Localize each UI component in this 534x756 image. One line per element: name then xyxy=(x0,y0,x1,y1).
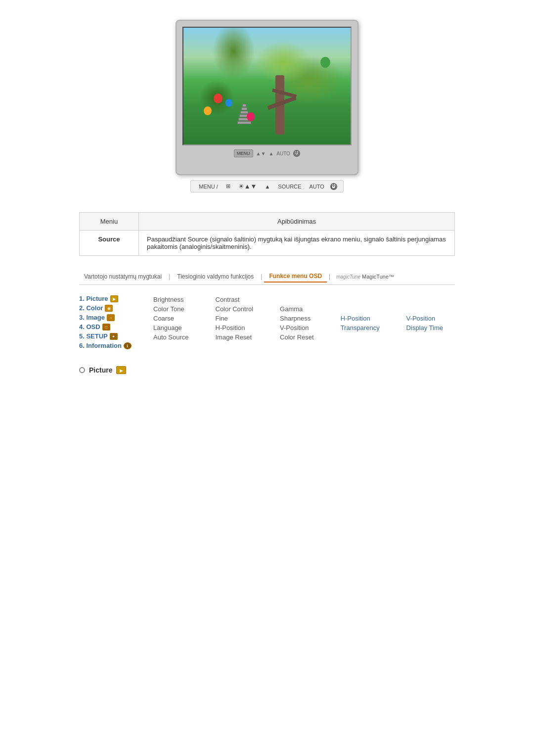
tab-osd-menu[interactable]: Funkce menu OSD xyxy=(264,271,327,283)
menu-color-tone: Color Tone xyxy=(153,305,201,313)
menu-h-position-1[interactable]: H-Position xyxy=(341,315,392,322)
source-label: SOURCE xyxy=(276,184,303,189)
menu-v-position-2: V-Position xyxy=(280,324,326,331)
tab-magictune[interactable]: magicTune MagicTune™ xyxy=(336,274,394,280)
menu-link-picture[interactable]: 1. Picture xyxy=(79,295,108,302)
menu-link-information[interactable]: 6. Information xyxy=(79,342,122,349)
menu-section: 1. Picture ▶ 2. Color ◉ 3. Image ↔ 4. OS… xyxy=(79,295,455,351)
menu-ctrl-button[interactable]: MENU xyxy=(234,149,253,157)
setup-icon: ✦ xyxy=(110,333,118,340)
monitor-controls-area: MENU ▲▼ ▲ AUTO ⏻ xyxy=(182,145,352,159)
separator-1: | xyxy=(169,273,170,280)
radio-button[interactable] xyxy=(79,367,85,373)
pagoda-tier-3 xyxy=(240,111,248,114)
menu-color-reset: Color Reset xyxy=(280,333,326,341)
power-button[interactable]: ⏻ xyxy=(293,150,300,157)
menu-coarse: Coarse xyxy=(153,315,201,322)
pagoda-tier-6 xyxy=(237,121,251,124)
magictune-label: MagicTune™ xyxy=(362,274,394,280)
menu-item-picture: 1. Picture ▶ xyxy=(79,295,153,302)
information-icon: ℹ xyxy=(124,342,132,349)
power-button-row[interactable]: ⏻ xyxy=(330,183,337,190)
menu-language: Language xyxy=(153,324,201,331)
menu-empty-1 xyxy=(280,296,326,303)
table-header-menu: Meniu xyxy=(80,213,139,231)
menu-item-color: 2. Color ◉ xyxy=(79,304,153,312)
menu-item-osd: 4. OSD □ xyxy=(79,323,153,331)
menu-right-panel: Brightness Contrast Color Tone Color Con… xyxy=(153,295,455,351)
menu-empty-3 xyxy=(406,296,455,303)
menu-h-position-2: H-Position xyxy=(216,324,266,331)
osd-icon: □ xyxy=(102,324,110,331)
picture-section-icon: ▶ xyxy=(116,366,126,374)
menu-sharpness: Sharpness xyxy=(280,315,326,322)
menu-left-panel: 1. Picture ▶ 2. Color ◉ 3. Image ↔ 4. OS… xyxy=(79,295,153,351)
menu-empty-4 xyxy=(341,305,392,313)
tab-direct-control[interactable]: Tiesioginio valdymo funkcijos xyxy=(172,271,259,282)
menu-brightness: Brightness xyxy=(153,296,201,303)
monitor-section: MENU ▲▼ ▲ AUTO ⏻ MENU / ⊞ ☀▲▼ ▲ SOURCE A… xyxy=(0,0,534,192)
monitor-outer: MENU ▲▼ ▲ AUTO ⏻ xyxy=(176,20,358,175)
picture-icon: ▶ xyxy=(110,295,118,302)
menu-item-information: 6. Information ℹ xyxy=(79,342,153,349)
menu-fine: Fine xyxy=(216,315,266,322)
pagoda-tier-1 xyxy=(242,104,246,107)
pagoda-tier-2 xyxy=(241,107,247,110)
table-cell-source: Source xyxy=(80,231,139,256)
triangle-up: ▲ xyxy=(263,184,272,189)
picture-label: Picture xyxy=(89,366,112,374)
menu-item-image: 3. Image ↔ xyxy=(79,314,153,321)
menu-icon-symbol: ⊞ xyxy=(224,183,232,189)
menu-link-setup[interactable]: 5. SETUP xyxy=(79,332,108,340)
picture-section: Picture ▶ xyxy=(79,366,455,374)
menu-empty-6 xyxy=(341,333,392,341)
table-header-desc: Apibūdinimas xyxy=(139,213,455,231)
menu-empty-2 xyxy=(341,296,392,303)
menu-display-time[interactable]: Display Time xyxy=(406,324,455,331)
menu-empty-5 xyxy=(406,305,455,313)
monitor-screen xyxy=(182,27,352,145)
menu-label: MENU / xyxy=(197,184,220,189)
menu-color-control: Color Control xyxy=(216,305,266,313)
color-icon: ◉ xyxy=(105,305,113,312)
menu-gamma: Gamma xyxy=(280,305,326,313)
image-icon: ↔ xyxy=(107,314,115,321)
description-table: Meniu Apibūdinimas Source Paspaudžiant S… xyxy=(79,212,455,256)
table-row: Source Paspaudžiant Source (signalo šalt… xyxy=(80,231,455,256)
table-cell-description: Paspaudžiant Source (signalo šaltinio) m… xyxy=(139,231,455,256)
magictune-logo-text: magicTune xyxy=(336,274,360,280)
menu-link-color[interactable]: 2. Color xyxy=(79,304,103,312)
menu-transparency[interactable]: Transparency xyxy=(341,324,392,331)
monitor-button-row: MENU / ⊞ ☀▲▼ ▲ SOURCE AUTO ⏻ xyxy=(190,180,344,192)
balloon-blue xyxy=(225,99,232,107)
menu-item-setup: 5. SETUP ✦ xyxy=(79,332,153,340)
balloon-yellow xyxy=(204,106,212,115)
auto-ctrl: AUTO xyxy=(276,151,290,156)
menu-empty-7 xyxy=(406,333,455,341)
source-ctrl: ▲ xyxy=(268,151,273,156)
separator-3: | xyxy=(329,273,330,280)
menu-image-reset: Image Reset xyxy=(216,333,266,341)
menu-link-osd[interactable]: 4. OSD xyxy=(79,323,100,331)
auto-label: AUTO xyxy=(307,184,326,189)
tab-user-settings[interactable]: Vartotojo nustatymų mygtukai xyxy=(79,271,167,282)
menu-contrast: Contrast xyxy=(216,296,266,303)
garden-background xyxy=(183,28,351,144)
menu-link-image[interactable]: 3. Image xyxy=(79,314,105,321)
brightness-icon: ☀▲▼ xyxy=(236,183,259,190)
nav-tabs: Vartotojo nustatymų mygtukai | Tiesiogin… xyxy=(79,271,455,285)
menu-v-position-1[interactable]: V-Position xyxy=(406,315,455,322)
brightness-ctrl: ▲▼ xyxy=(256,151,266,156)
menu-auto-source: Auto Source xyxy=(153,333,201,341)
separator-2: | xyxy=(261,273,262,280)
